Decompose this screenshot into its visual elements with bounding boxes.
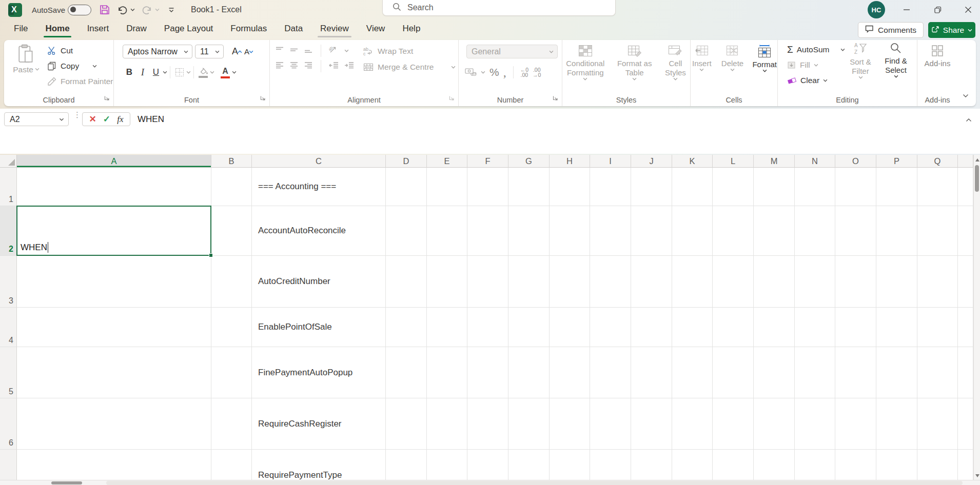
- tab-data[interactable]: Data: [276, 19, 311, 38]
- cell-P5[interactable]: [876, 347, 917, 398]
- comma-style-icon[interactable]: ,: [503, 70, 506, 75]
- row-header-3[interactable]: 3: [0, 256, 17, 308]
- font-color-button[interactable]: A: [219, 65, 232, 80]
- cell-E1[interactable]: [427, 168, 467, 206]
- cell-B1[interactable]: [211, 168, 252, 206]
- align-center-icon[interactable]: [289, 62, 299, 71]
- decrease-decimal-icon[interactable]: .00 →0: [533, 67, 541, 77]
- column-header-F[interactable]: F: [467, 155, 508, 168]
- cell-B4[interactable]: [211, 308, 252, 347]
- decrease-font-size-button[interactable]: A: [241, 47, 252, 56]
- worksheet-grid[interactable]: ABCDEFGHIJKLMNOPQ1=== Accounting ===2Acc…: [0, 155, 973, 485]
- align-middle-icon[interactable]: [289, 46, 299, 56]
- cell-I4[interactable]: [590, 308, 631, 347]
- fill-button[interactable]: Fill: [787, 57, 845, 73]
- cell-J3[interactable]: [631, 256, 672, 308]
- delete-cells-button[interactable]: Delete: [720, 45, 745, 93]
- bold-button[interactable]: B: [123, 65, 136, 80]
- share-button[interactable]: Share: [928, 22, 975, 38]
- cell-partial-2[interactable]: [958, 206, 973, 256]
- column-header-C[interactable]: C: [252, 155, 386, 168]
- undo-icon[interactable]: [117, 0, 128, 19]
- cell-G1[interactable]: [508, 168, 550, 206]
- orientation-icon[interactable]: ab: [329, 46, 339, 56]
- undo-dropdown-icon[interactable]: [130, 0, 135, 19]
- cell-F4[interactable]: [467, 308, 508, 347]
- font-size-combo[interactable]: 11: [195, 45, 224, 58]
- cell-G2[interactable]: [508, 206, 550, 256]
- column-header-J[interactable]: J: [631, 155, 672, 168]
- cell-L3[interactable]: [713, 256, 754, 308]
- cell-M3[interactable]: [754, 256, 795, 308]
- cell-H3[interactable]: [550, 256, 590, 308]
- cancel-icon[interactable]: ✕: [89, 114, 96, 125]
- format-as-table-button[interactable]: Format as Table: [616, 45, 654, 93]
- cell-O6[interactable]: [835, 398, 876, 450]
- cell-A3[interactable]: [17, 256, 211, 308]
- align-right-icon[interactable]: [304, 62, 313, 71]
- enter-icon[interactable]: ✓: [103, 114, 110, 125]
- cell-O2[interactable]: [835, 206, 876, 256]
- merge-centre-button[interactable]: Merge & Centre: [363, 59, 456, 75]
- cell-C2[interactable]: AccountAutoReconcile: [252, 206, 386, 256]
- column-header-D[interactable]: D: [386, 155, 427, 168]
- cell-J4[interactable]: [631, 308, 672, 347]
- cell-L4[interactable]: [713, 308, 754, 347]
- column-header-P[interactable]: P: [876, 155, 917, 168]
- cell-partial-5[interactable]: [958, 347, 973, 398]
- horizontal-scrollbar-track[interactable]: [106, 481, 963, 485]
- formula-bar-drag-handle[interactable]: ⋮: [73, 113, 79, 117]
- cell-E3[interactable]: [427, 256, 467, 308]
- cell-A1[interactable]: [17, 168, 211, 206]
- column-header-L[interactable]: L: [713, 155, 754, 168]
- collapse-ribbon-icon[interactable]: [963, 91, 969, 100]
- formula-input[interactable]: WHEN: [138, 112, 164, 126]
- column-header-I[interactable]: I: [590, 155, 631, 168]
- cell-D2[interactable]: [386, 206, 427, 256]
- restore-button[interactable]: [926, 0, 949, 19]
- select-all-corner[interactable]: [0, 155, 17, 168]
- cell-I3[interactable]: [590, 256, 631, 308]
- account-avatar[interactable]: HC: [868, 1, 885, 18]
- cell-D4[interactable]: [386, 308, 427, 347]
- align-bottom-icon[interactable]: [304, 46, 313, 56]
- cell-F1[interactable]: [467, 168, 508, 206]
- formula-bar-collapse-icon[interactable]: [966, 115, 972, 124]
- cut-button[interactable]: Cut: [47, 43, 113, 58]
- cell-L2[interactable]: [713, 206, 754, 256]
- alignment-dialog-launcher-icon[interactable]: [448, 94, 455, 103]
- cell-partial-4[interactable]: [958, 308, 973, 347]
- cell-I6[interactable]: [590, 398, 631, 450]
- sort-filter-button[interactable]: AZ Sort & Filter: [846, 42, 875, 79]
- cell-J1[interactable]: [631, 168, 672, 206]
- excel-logo-icon[interactable]: [8, 0, 22, 19]
- row-header-6[interactable]: 6: [0, 398, 17, 450]
- cell-P3[interactable]: [876, 256, 917, 308]
- wrap-text-button[interactable]: abc Wrap Text: [363, 43, 456, 59]
- scroll-up-icon[interactable]: [975, 158, 979, 161]
- cell-G6[interactable]: [508, 398, 550, 450]
- align-top-icon[interactable]: [275, 46, 284, 56]
- cell-P1[interactable]: [876, 168, 917, 206]
- cell-O4[interactable]: [835, 308, 876, 347]
- row-header-1[interactable]: 1: [0, 168, 17, 206]
- tab-file[interactable]: File: [5, 19, 36, 38]
- cell-I2[interactable]: [590, 206, 631, 256]
- fill-handle[interactable]: [209, 253, 213, 257]
- cell-O5[interactable]: [835, 347, 876, 398]
- column-header-O[interactable]: O: [835, 155, 876, 168]
- cell-N4[interactable]: [795, 308, 835, 347]
- accounting-format-icon[interactable]: [465, 67, 477, 78]
- cell-C5[interactable]: FinePaymentAutoPopup: [252, 347, 386, 398]
- cell-I5[interactable]: [590, 347, 631, 398]
- cell-Q6[interactable]: [917, 398, 958, 450]
- cell-P4[interactable]: [876, 308, 917, 347]
- find-select-button[interactable]: Find & Select: [880, 42, 911, 79]
- column-header-N[interactable]: N: [795, 155, 835, 168]
- column-header-G[interactable]: G: [508, 155, 550, 168]
- cell-J5[interactable]: [631, 347, 672, 398]
- cell-J6[interactable]: [631, 398, 672, 450]
- cell-F5[interactable]: [467, 347, 508, 398]
- comments-button[interactable]: Comments: [858, 22, 924, 38]
- conditional-formatting-button[interactable]: Conditional Formatting: [562, 45, 609, 93]
